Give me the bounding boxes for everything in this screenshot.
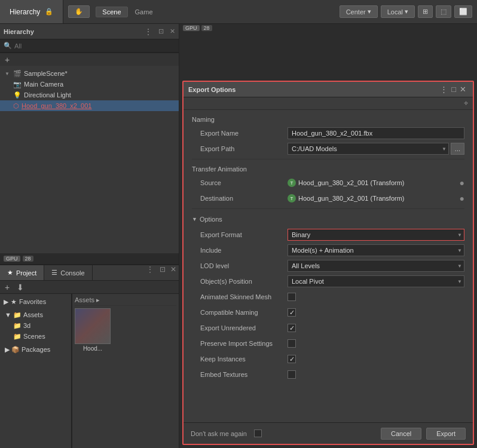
mesh-icon: ⬡ — [13, 102, 19, 110]
project-close-icon[interactable]: ✕ — [168, 265, 179, 280]
export-name-input[interactable] — [288, 127, 464, 139]
lod-wrapper: All LevelsLOD 0LOD 1 ▼ — [288, 260, 464, 272]
embed-textures-row: Embed Textures — [192, 368, 464, 381]
hierarchy-menu-btn[interactable]: ⋮ — [144, 27, 152, 36]
hierarchy-mesh[interactable]: ⬡ Hood_gun_380_x2_001 — [0, 100, 179, 111]
hierarchy-toolbar: + — [0, 53, 179, 66]
packages-icon: 📦 — [11, 346, 20, 354]
compatible-naming-row: Compatible Naming ✓ — [192, 306, 464, 319]
dont-ask-checkbox[interactable] — [254, 429, 262, 437]
include-select[interactable]: Model(s) + AnimationModel(s) OnlyAnimati… — [288, 244, 464, 256]
keep-instances-row: Keep Instances ✓ — [192, 352, 464, 366]
project-tab-label: Project — [16, 269, 36, 277]
asset-thumbnail — [75, 308, 111, 344]
layers-btn[interactable]: ⬚ — [436, 5, 451, 18]
source-value: Hood_gun_380_x2_001 (Transform) — [298, 179, 457, 186]
export-name-row: Export Name — [192, 127, 464, 140]
object-position-wrapper: Local PivotWorld AbsoluteReset ▼ — [288, 275, 464, 287]
cancel-button[interactable]: Cancel — [381, 428, 421, 440]
grid-btn[interactable]: ⊞ — [418, 5, 433, 18]
tab-console[interactable]: ☰ Console — [44, 265, 92, 280]
add-asset-btn[interactable]: + — [2, 283, 12, 292]
tab-game[interactable]: Game — [129, 7, 159, 17]
console-tab-label: Console — [60, 269, 84, 277]
scene-controls: Center ▾ Local ▾ ⊞ ⬚ ⬜ — [340, 5, 472, 18]
options-expand-icon: ▼ — [192, 216, 197, 222]
export-button[interactable]: Export — [426, 428, 466, 440]
export-name-label: Export Name — [192, 130, 288, 137]
tab-hierarchy[interactable]: Hierarchy 🔒 — [0, 0, 63, 23]
search-asset-btn[interactable]: ⬇ — [14, 283, 26, 292]
dialog-footer: Don't ask me again Cancel Export — [184, 422, 473, 444]
hierarchy-light[interactable]: 💡 Directional Light — [0, 90, 179, 100]
export-path-select[interactable]: C:/UAD Models — [288, 143, 449, 155]
lod-row: LOD level All LevelsLOD 0LOD 1 ▼ — [192, 259, 464, 272]
hierarchy-camera[interactable]: 📷 Main Camera — [0, 79, 179, 90]
tab-project[interactable]: ★ Project — [0, 265, 44, 280]
source-row: Source T Hood_gun_380_x2_001 (Transform)… — [192, 176, 464, 189]
destination-label: Destination — [192, 195, 288, 202]
assets-grid: Hood... — [75, 308, 176, 352]
tab-scene[interactable]: Scene — [96, 7, 127, 17]
light-name: Directional Light — [24, 91, 71, 99]
dialog-close-btn[interactable]: ✕ — [458, 85, 468, 94]
light-icon: 💡 — [13, 91, 22, 99]
animated-skinned-row: Animated Skinned Mesh — [192, 290, 464, 303]
search-icon: 🔍 — [4, 42, 12, 50]
gizmo-btn[interactable]: ⬜ — [454, 5, 472, 18]
object-position-row: Object(s) Position Local PivotWorld Abso… — [192, 275, 464, 288]
lod-select[interactable]: All LevelsLOD 0LOD 1 — [288, 260, 464, 272]
assets-root[interactable]: ▼ 📁 Assets — [2, 309, 69, 320]
center-btn[interactable]: Center ▾ — [340, 5, 378, 18]
assets-3d[interactable]: 📁 3d — [2, 320, 69, 331]
animated-skinned-checkbox[interactable] — [288, 293, 296, 301]
keep-instances-checkbox[interactable]: ✓ — [288, 355, 296, 363]
dialog-dots-btn[interactable]: ⋮ — [438, 85, 450, 94]
pin-icon[interactable]: ⌖ — [464, 99, 468, 108]
destination-value: Hood_gun_380_x2_001 (Transform) — [298, 195, 457, 202]
dialog-max-btn[interactable]: □ — [450, 85, 458, 94]
include-label: Include — [192, 247, 288, 254]
assets-packages[interactable]: ▶ 📦 Packages — [2, 344, 69, 355]
object-position-select[interactable]: Local PivotWorld AbsoluteReset — [288, 275, 464, 287]
add-hierarchy-btn[interactable]: + — [2, 55, 12, 65]
star-icon: ★ — [7, 269, 13, 277]
compatible-naming-checkbox[interactable]: ✓ — [288, 308, 296, 317]
lod-label: LOD level — [192, 262, 288, 269]
assets-scenes[interactable]: 📁 Scenes — [2, 331, 69, 342]
hierarchy-dock-icon: ⊡ — [158, 27, 164, 35]
export-unrendered-checkbox[interactable]: ✓ — [288, 324, 296, 332]
local-btn[interactable]: Local ▾ — [381, 5, 415, 18]
hierarchy-close-icon[interactable]: ✕ — [170, 27, 175, 35]
preserve-import-checkbox[interactable] — [288, 339, 296, 348]
left-panel: Hierarchy ⋮ ⊡ ✕ 🔍 + ▼ 🎬 SampleScene* 📷 M… — [0, 24, 179, 448]
destination-dot-btn[interactable]: ● — [460, 194, 464, 203]
hierarchy-search-input[interactable] — [14, 42, 175, 50]
embed-textures-checkbox[interactable] — [288, 370, 296, 379]
keep-instances-label: Keep Instances — [192, 355, 288, 363]
hand-tool-btn[interactable]: ✋ — [68, 5, 90, 18]
export-path-wrapper: C:/UAD Models ▼ ... — [288, 143, 464, 155]
source-dot-btn[interactable]: ● — [460, 178, 464, 188]
scene-toolbar: ✋ Scene Game Center ▾ Local ▾ ⊞ ⬚ ⬜ — [63, 0, 477, 23]
transfer-animation-label: Transfer Animation — [192, 165, 464, 173]
sidebar-favorites[interactable]: ▶ ★ Favorites — [0, 296, 71, 307]
browse-btn[interactable]: ... — [451, 143, 464, 155]
animated-skinned-label: Animated Skinned Mesh — [192, 293, 288, 300]
naming-section-label: Naming — [192, 116, 464, 123]
source-label: Source — [192, 179, 288, 186]
dialog-body: Naming Export Name Export Path C:/UAD Mo… — [184, 110, 473, 422]
scene-tabs: Scene Game — [96, 7, 158, 17]
project-menu-btn[interactable]: ⋮ — [143, 265, 157, 280]
folder-scenes-icon: 📁 — [13, 333, 22, 340]
dialog-titlebar: Export Options ⋮ □ ✕ — [184, 82, 473, 97]
export-format-select[interactable]: BinaryASCII — [288, 229, 464, 241]
asset-item[interactable]: Hood... — [75, 308, 111, 352]
object-position-label: Object(s) Position — [192, 278, 288, 285]
project-tabs-bar: ★ Project ☰ Console ⋮ ⊡ ✕ — [0, 265, 179, 281]
scene-name[interactable]: SampleScene* — [24, 70, 68, 77]
dont-ask-label: Don't ask me again — [191, 430, 247, 437]
export-format-wrapper: BinaryASCII ▼ — [288, 229, 464, 241]
gpu-bar-top: GPU 28 — [0, 253, 179, 264]
destination-field: T Hood_gun_380_x2_001 (Transform) ● — [288, 194, 464, 203]
